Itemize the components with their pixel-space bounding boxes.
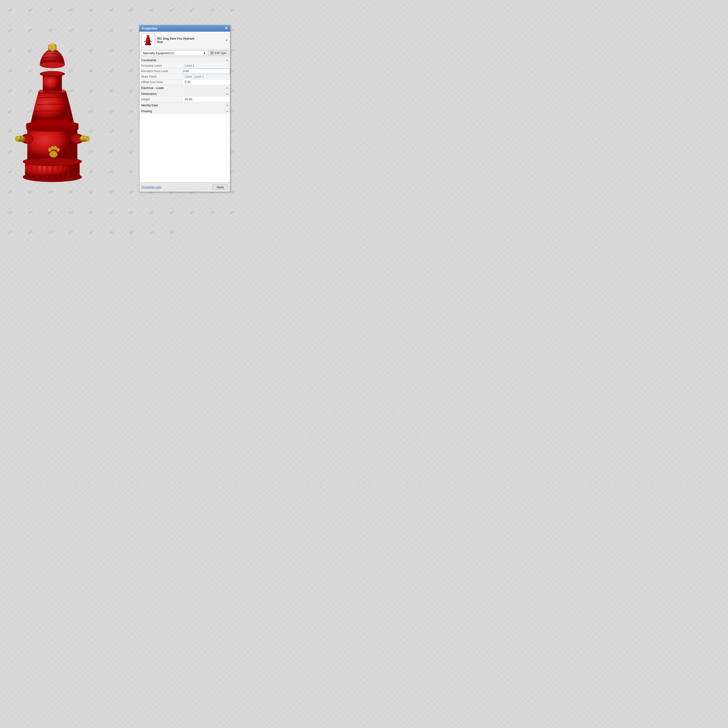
offset-host-label: Offset from Host — [139, 80, 183, 85]
svg-rect-5 — [41, 166, 43, 178]
height-label: Height — [139, 97, 183, 102]
watermark-cell: RD — [37, 0, 64, 24]
watermark-cell: RD — [138, 219, 165, 243]
watermark-cell: RD — [118, 219, 145, 243]
electrical-loads-collapse-icon: » — [226, 86, 228, 90]
elevation-level-row: Elevation from Level — [139, 69, 230, 74]
svg-rect-47 — [146, 40, 150, 43]
electrical-loads-section-header[interactable]: Electrical - Loads » — [139, 85, 230, 91]
schedule-level-value: Level 1 — [183, 63, 230, 69]
svg-point-15 — [27, 158, 77, 165]
svg-rect-3 — [31, 166, 32, 178]
svg-point-38 — [43, 90, 62, 94]
close-button[interactable]: ✕ — [225, 27, 228, 30]
watermark-cell: RD — [0, 219, 24, 243]
svg-rect-54 — [212, 52, 213, 53]
watermark-cell: RD — [17, 0, 44, 24]
watermark-cell: RD — [77, 219, 105, 243]
svg-point-33 — [26, 126, 78, 132]
panel-title: Properties — [142, 27, 158, 30]
item-dropdown-arrow[interactable]: ▾ — [225, 38, 228, 42]
properties-table: Constraints « Schedule Level Level 1 Ele… — [139, 57, 230, 114]
watermark-cell: RD — [199, 199, 226, 226]
schedule-level-row: Schedule Level Level 1 — [139, 63, 230, 69]
elevation-level-label: Elevation from Level — [139, 69, 183, 74]
svg-rect-46 — [145, 43, 151, 45]
svg-rect-49 — [150, 41, 152, 42]
panel-titlebar: Properties ✕ — [139, 25, 230, 32]
svg-rect-6 — [46, 166, 48, 178]
identity-data-section-header[interactable]: Identity Data » — [139, 102, 230, 108]
phasing-collapse-icon: » — [226, 109, 228, 113]
work-plane-value: Level : Level 1 — [183, 74, 230, 80]
properties-help-link[interactable]: Properties help — [142, 185, 162, 189]
phasing-section-header[interactable]: Phasing » — [139, 108, 230, 114]
work-plane-row: Work Plane Level : Level 1 — [139, 74, 230, 80]
constraints-collapse-icon: « — [226, 58, 228, 62]
watermark-cell: RD — [138, 0, 165, 24]
elevation-level-input[interactable] — [183, 69, 230, 73]
dimensions-collapse-icon: « — [226, 92, 228, 96]
watermark-cell: RD — [0, 0, 24, 24]
svg-rect-4 — [36, 166, 38, 178]
hydrant-viewport — [7, 27, 130, 214]
svg-rect-48 — [144, 41, 146, 42]
identity-data-collapse-icon: » — [226, 103, 228, 107]
schedule-level-label: Schedule Level — [139, 63, 183, 69]
type-dropdown[interactable]: Specialty Equipment (1) ▾ — [141, 50, 207, 56]
svg-point-20 — [57, 148, 60, 152]
watermark-cell: RD — [97, 219, 125, 243]
elevation-level-value[interactable] — [183, 69, 230, 74]
watermark-cell: RD — [97, 0, 125, 24]
svg-rect-8 — [57, 166, 59, 178]
type-dropdown-arrow: ▾ — [203, 51, 205, 55]
watermark-cell: RD — [158, 199, 186, 226]
svg-point-30 — [86, 136, 90, 142]
item-thumbnail — [141, 34, 155, 47]
watermark-cell: RD — [118, 0, 145, 24]
offset-host-value: 0.00 — [183, 80, 230, 85]
height-row: Height 85.00 — [139, 97, 230, 102]
panel-footer: Properties help Apply — [139, 182, 230, 192]
watermark-cell: RD — [158, 0, 186, 24]
watermark-cell: RD — [219, 199, 243, 226]
work-plane-label: Work Plane — [139, 74, 183, 80]
svg-point-25 — [15, 136, 19, 142]
watermark-cell: RD — [178, 199, 206, 226]
svg-point-16 — [49, 151, 57, 158]
svg-rect-7 — [52, 166, 54, 178]
svg-rect-53 — [211, 52, 212, 53]
type-selector-row: Specialty Equipment (1) ▾ Edit Type — [139, 49, 230, 57]
edit-type-button[interactable]: Edit Type — [208, 50, 228, 56]
svg-point-35 — [31, 120, 74, 126]
watermark-cell: RD — [199, 0, 226, 24]
svg-point-40 — [41, 71, 64, 75]
watermark-cell: RD — [57, 219, 84, 243]
svg-rect-56 — [212, 53, 213, 54]
properties-panel: Properties ✕ — [139, 25, 230, 192]
watermark-cell: RD — [219, 0, 243, 24]
watermark-cell: RD — [138, 199, 165, 226]
watermark-cell: RD — [77, 0, 105, 24]
edit-type-icon — [210, 51, 214, 55]
svg-point-45 — [50, 43, 55, 45]
dimensions-section-header[interactable]: Dimensions « — [139, 91, 230, 97]
height-value: 85.00 — [183, 97, 230, 102]
item-name: RD_Dog Park Fire Hydrant Red — [157, 37, 225, 44]
watermark-cell: RD — [17, 219, 44, 243]
svg-rect-10 — [67, 166, 69, 178]
constraints-section-header[interactable]: Constraints « — [139, 57, 230, 63]
watermark-cell: RD — [158, 219, 186, 243]
watermark-cell: RD — [37, 219, 64, 243]
offset-host-row: Offset from Host 0.00 — [139, 80, 230, 85]
item-header: RD_Dog Park Fire Hydrant Red ▾ — [139, 32, 230, 49]
watermark-cell: RD — [178, 0, 206, 24]
svg-rect-9 — [62, 166, 64, 178]
svg-point-42 — [40, 62, 65, 67]
apply-button[interactable]: Apply — [213, 184, 228, 190]
watermark-cell: RD — [57, 0, 84, 24]
properties-empty-area — [139, 114, 230, 182]
svg-rect-55 — [211, 53, 212, 54]
